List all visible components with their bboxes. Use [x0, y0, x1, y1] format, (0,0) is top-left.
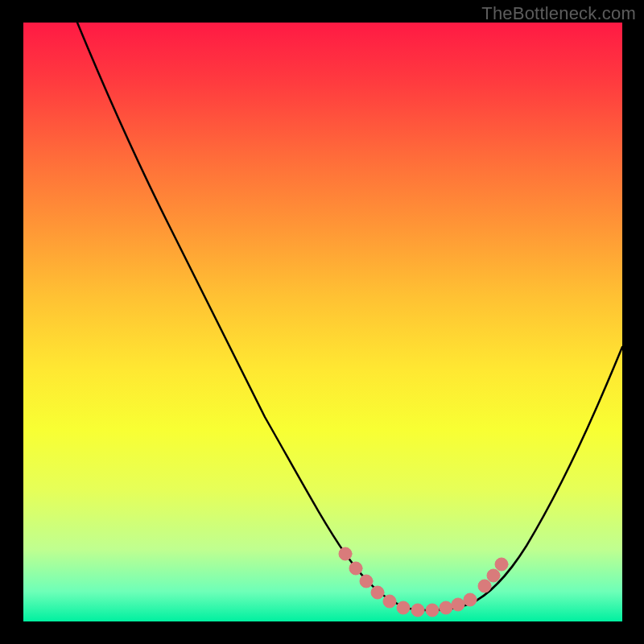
svg-point-10 [464, 593, 477, 606]
svg-point-6 [411, 604, 424, 617]
curve-line [77, 23, 622, 610]
svg-point-4 [383, 595, 396, 608]
plot-area [23, 23, 622, 621]
svg-point-9 [452, 598, 464, 611]
svg-point-7 [426, 604, 439, 617]
chart-frame: TheBottleneck.com [0, 0, 644, 644]
chart-svg [23, 23, 622, 621]
svg-point-1 [349, 562, 362, 575]
svg-point-13 [495, 558, 508, 571]
svg-point-3 [371, 586, 384, 599]
svg-point-2 [360, 575, 373, 588]
svg-point-0 [339, 547, 352, 560]
highlight-dots [339, 547, 508, 617]
svg-point-11 [478, 580, 491, 592]
svg-point-8 [440, 601, 452, 614]
watermark-text: TheBottleneck.com [481, 3, 636, 24]
svg-point-12 [487, 569, 500, 582]
svg-point-5 [397, 601, 410, 614]
